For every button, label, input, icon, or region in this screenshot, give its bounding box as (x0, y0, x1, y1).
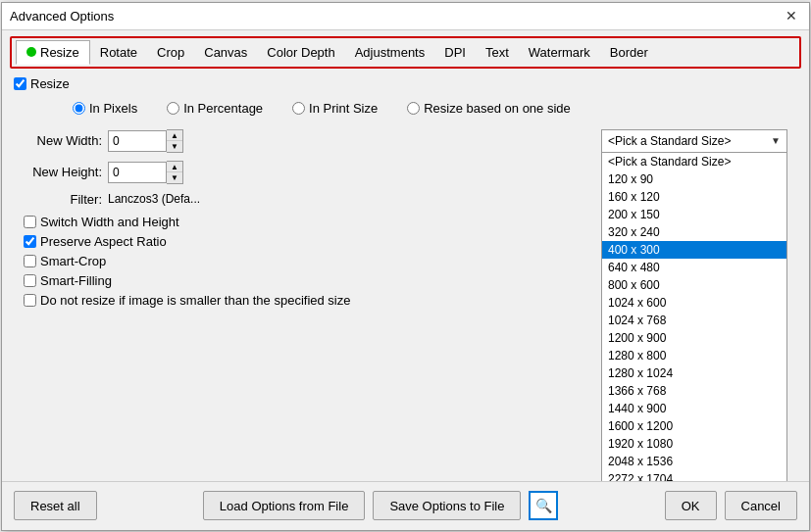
tab-canvas-label: Canvas (204, 45, 247, 60)
dropdown-item-8[interactable]: 1024 x 600 (602, 294, 786, 312)
tab-watermark[interactable]: Watermark (519, 41, 600, 64)
radio-in-percentage-input[interactable] (167, 102, 179, 115)
cb-preserve-aspect-input[interactable] (24, 235, 36, 248)
cb-do-not-resize-input[interactable] (24, 294, 36, 307)
radio-in-percentage: In Percentage (167, 101, 263, 116)
cb-preserve-aspect: Preserve Aspect Ratio (24, 234, 574, 249)
radio-in-print-size: In Print Size (292, 101, 378, 116)
tab-color-depth[interactable]: Color Depth (257, 41, 344, 64)
title-bar: Advanced Options ✕ (2, 3, 809, 30)
cb-smart-fill-label: Smart-Filling (40, 273, 112, 288)
resize-checkbox-label: Resize (30, 76, 70, 91)
radio-row: In Pixels In Percentage In Print Size Re… (14, 101, 797, 116)
dropdown-item-0[interactable]: <Pick a Standard Size> (602, 153, 786, 170)
search-icon-button[interactable]: 🔍 (529, 491, 558, 520)
fields-area: New Width: ▲ ▼ New Height: (14, 129, 797, 481)
tab-canvas[interactable]: Canvas (194, 41, 257, 64)
footer-center: Load Options from File Save Options to F… (203, 491, 559, 520)
new-height-label: New Height: (14, 165, 102, 179)
filter-label: Filter: (14, 192, 102, 207)
dropdown-item-4[interactable]: 320 x 240 (602, 223, 786, 241)
tab-crop-label: Crop (157, 45, 184, 60)
tab-border-label: Border (610, 45, 648, 60)
ok-button[interactable]: OK (665, 491, 717, 520)
checkbox-rows: Switch Width and Height Preserve Aspect … (14, 215, 574, 308)
new-width-up[interactable]: ▲ (167, 130, 182, 141)
new-width-label: New Width: (14, 133, 102, 148)
new-height-input[interactable] (108, 162, 167, 183)
cb-switch-width: Switch Width and Height (24, 215, 574, 229)
tab-bar: Resize Rotate Crop Canvas Color Depth Ad… (10, 36, 801, 69)
close-button[interactable]: ✕ (782, 6, 801, 25)
tab-color-depth-label: Color Depth (267, 45, 334, 60)
radio-in-print-size-input[interactable] (292, 102, 305, 115)
standard-size-dropdown[interactable]: <Pick a Standard Size> ▼ (601, 129, 787, 153)
dropdown-item-12[interactable]: 1280 x 1024 (602, 364, 786, 382)
tab-rotate-label: Rotate (100, 45, 137, 60)
new-height-down[interactable]: ▼ (167, 172, 182, 183)
dropdown-item-17[interactable]: 2048 x 1536 (602, 453, 786, 470)
new-width-row: New Width: ▲ ▼ (14, 129, 574, 153)
dropdown-item-2[interactable]: 160 x 120 (602, 188, 786, 206)
tab-crop[interactable]: Crop (147, 41, 194, 64)
dropdown-item-9[interactable]: 1024 x 768 (602, 312, 786, 329)
load-options-button[interactable]: Load Options from File (203, 491, 366, 520)
dropdown-item-15[interactable]: 1600 x 1200 (602, 417, 786, 435)
cb-smart-fill-input[interactable] (24, 274, 36, 287)
cb-smart-crop-input[interactable] (24, 255, 36, 267)
dropdown-item-3[interactable]: 200 x 150 (602, 206, 786, 223)
resize-checkbox[interactable] (14, 77, 26, 90)
fields-left: New Width: ▲ ▼ New Height: (14, 129, 574, 481)
radio-in-pixels: In Pixels (73, 101, 137, 116)
search-icon: 🔍 (535, 498, 552, 513)
new-width-input[interactable] (108, 130, 167, 152)
dropdown-item-1[interactable]: 120 x 90 (602, 170, 786, 188)
cb-switch-width-label: Switch Width and Height (40, 215, 179, 229)
footer: Reset all Load Options from File Save Op… (2, 481, 809, 530)
dropdown-item-5[interactable]: 400 x 300 (602, 241, 786, 259)
new-height-row: New Height: ▲ ▼ (14, 161, 574, 184)
tab-dpi[interactable]: DPI (434, 41, 476, 64)
main-window: Advanced Options ✕ Resize Rotate Crop Ca… (1, 2, 810, 531)
tab-rotate[interactable]: Rotate (90, 41, 147, 64)
dropdown-item-6[interactable]: 640 x 480 (602, 259, 786, 276)
reset-button[interactable]: Reset all (14, 491, 97, 520)
dropdown-area: <Pick a Standard Size> ▼ <Pick a Standar… (601, 129, 797, 481)
dropdown-item-11[interactable]: 1280 x 800 (602, 347, 786, 364)
new-height-up[interactable]: ▲ (167, 162, 182, 172)
tab-adjustments-label: Adjustments (355, 45, 426, 60)
window-title: Advanced Options (10, 9, 114, 24)
dropdown-item-13[interactable]: 1366 x 768 (602, 382, 786, 400)
cb-smart-fill: Smart-Filling (24, 273, 574, 288)
dropdown-item-18[interactable]: 2272 x 1704 (602, 470, 786, 481)
filter-row: Filter: Lanczos3 (Defa... (14, 192, 574, 207)
radio-in-pixels-input[interactable] (73, 102, 85, 115)
dropdown-item-7[interactable]: 800 x 600 (602, 276, 786, 294)
resize-checkbox-row: Resize (14, 76, 797, 91)
radio-one-side: Resize based on one side (407, 101, 571, 116)
cb-preserve-aspect-label: Preserve Aspect Ratio (40, 234, 167, 249)
save-options-button[interactable]: Save Options to File (373, 491, 521, 520)
new-width-input-wrap: ▲ ▼ (108, 129, 183, 153)
new-width-spinners: ▲ ▼ (167, 129, 183, 153)
dropdown-item-14[interactable]: 1440 x 900 (602, 400, 786, 417)
tab-resize[interactable]: Resize (16, 40, 90, 65)
tab-border[interactable]: Border (600, 41, 658, 64)
tab-content: Resize In Pixels In Percentage In Print … (2, 69, 809, 481)
new-width-down[interactable]: ▼ (167, 141, 182, 152)
cancel-button[interactable]: Cancel (725, 491, 797, 520)
cb-do-not-resize: Do not resize if image is smaller than t… (24, 293, 574, 308)
tab-text[interactable]: Text (476, 41, 519, 64)
radio-in-pixels-label: In Pixels (89, 101, 137, 116)
radio-in-print-size-label: In Print Size (309, 101, 378, 116)
cb-do-not-resize-label: Do not resize if image is smaller than t… (40, 293, 350, 308)
cb-smart-crop: Smart-Crop (24, 254, 574, 268)
radio-one-side-label: Resize based on one side (424, 101, 571, 116)
radio-one-side-input[interactable] (407, 102, 420, 115)
dropdown-selected-label: <Pick a Standard Size> (608, 134, 731, 148)
cb-switch-width-input[interactable] (24, 216, 36, 228)
dropdown-item-16[interactable]: 1920 x 1080 (602, 435, 786, 453)
new-height-input-wrap: ▲ ▼ (108, 161, 183, 184)
dropdown-item-10[interactable]: 1200 x 900 (602, 329, 786, 347)
tab-adjustments[interactable]: Adjustments (345, 41, 435, 64)
